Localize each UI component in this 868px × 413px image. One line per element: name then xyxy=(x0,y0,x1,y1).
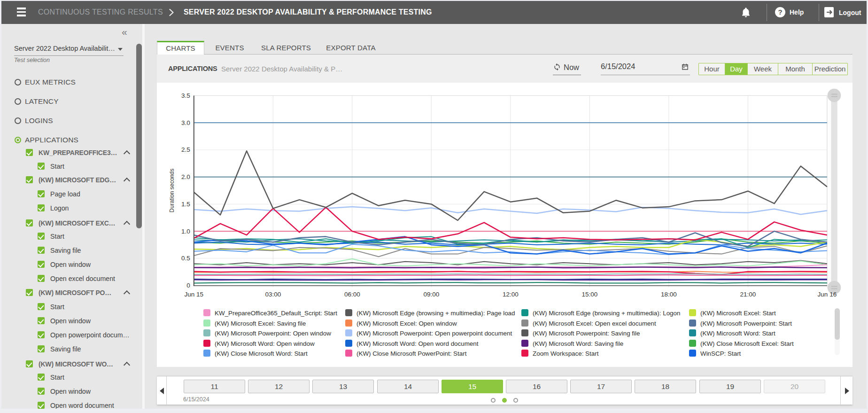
svg-text:06:00: 06:00 xyxy=(344,291,360,298)
svg-text:1.0: 1.0 xyxy=(181,228,190,235)
svg-text:21:00: 21:00 xyxy=(740,291,756,298)
svg-text:18:00: 18:00 xyxy=(661,291,677,298)
svg-text:Jun 15: Jun 15 xyxy=(185,291,204,298)
svg-text:3.0: 3.0 xyxy=(181,119,190,126)
svg-text:1.5: 1.5 xyxy=(181,201,190,208)
svg-text:3.5: 3.5 xyxy=(181,92,190,99)
svg-text:03:00: 03:00 xyxy=(265,291,281,298)
svg-text:Jun 16: Jun 16 xyxy=(818,291,837,298)
svg-text:0: 0 xyxy=(186,282,190,289)
svg-text:2.5: 2.5 xyxy=(181,146,190,153)
svg-text:0.5: 0.5 xyxy=(181,255,190,262)
svg-text:2.0: 2.0 xyxy=(181,173,190,180)
svg-text:12:00: 12:00 xyxy=(503,291,519,298)
svg-text:Duration seconds: Duration seconds xyxy=(169,169,175,212)
svg-text:15:00: 15:00 xyxy=(582,291,598,298)
svg-text:09:00: 09:00 xyxy=(423,291,439,298)
